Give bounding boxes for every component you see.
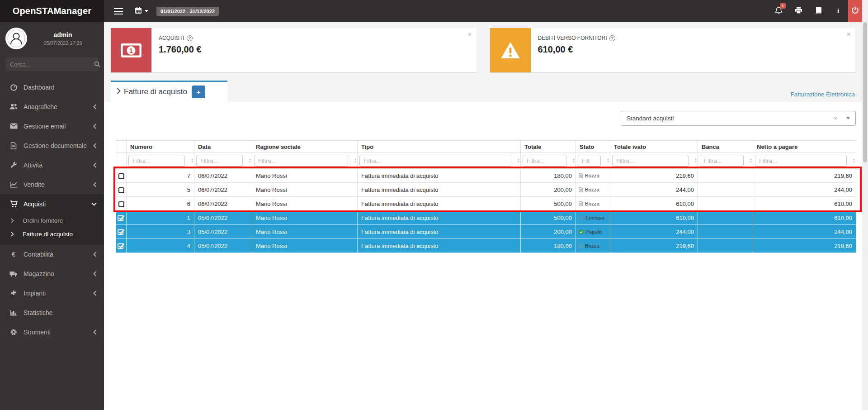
info-button[interactable]: i [828,0,848,22]
row-checkbox[interactable] [118,214,125,221]
row-checkbox-cell [116,197,127,211]
clear-selection-icon[interactable]: × [834,115,837,122]
hamburger-menu-icon[interactable] [114,6,123,16]
sort-arrows-icon[interactable]: ▲▼ [191,158,193,163]
top-navbar: OpenSTAManager 01/01/2022 - 31/12/2022 1… [0,0,862,22]
filter-input[interactable] [196,155,243,167]
chevron-left-icon [93,104,97,110]
sidebar-item-contabilita[interactable]: € Contabilità [0,244,104,264]
column-header[interactable]: Tipo [358,141,521,153]
table-row[interactable]: 1 05/07/2022 Mario Rossi Fattura immedia… [116,211,856,225]
check-circle-icon [579,229,584,234]
column-header[interactable]: Data [194,141,252,153]
close-icon[interactable]: × [847,30,851,38]
sidebar-item-dashboard[interactable]: Dashboard [0,77,104,97]
app-logo[interactable]: OpenSTAManager [0,0,104,22]
chevron-down-icon [846,117,850,119]
tab-fatture-di-acquisto[interactable]: Fatture di acquisto + [111,81,227,102]
column-header[interactable]: Stato [576,141,610,153]
sort-arrows-icon[interactable]: ▲▼ [572,158,575,163]
search-icon[interactable] [94,61,100,67]
sidebar-item-statistiche[interactable]: Statistiche [0,303,104,322]
add-invoice-button[interactable]: + [192,86,205,98]
table-row[interactable]: 6 06/07/2022 Mario Rossi Fattura immedia… [116,197,856,211]
sidebar-subitem-fatture-di-acquisto[interactable]: Fatture di acquisto [0,227,104,241]
row-checkbox[interactable] [118,242,125,249]
sort-arrows-icon[interactable]: ▲▼ [694,158,697,163]
module-select[interactable]: Standard acquisti × [621,111,856,126]
filter-input[interactable] [128,155,185,167]
electronic-invoicing-link[interactable]: Fatturazione Elettronica [790,91,855,98]
filter-input[interactable] [254,155,348,167]
row-checkbox[interactable] [118,228,125,235]
column-header[interactable]: Banca [698,141,753,153]
cell-totale-ivato: 219,60 [610,239,698,253]
user-datetime: 05/07/2022 17:39 [27,40,99,46]
sidebar-item-vendite[interactable]: Vendite [0,175,104,194]
cell-totale: 200,00 [521,225,576,239]
row-checkbox[interactable] [118,201,124,207]
sidebar-item-anagrafiche[interactable]: Anagrafiche [0,97,104,116]
help-icon[interactable]: ? [187,35,193,41]
column-header[interactable]: Ragione sociale [252,141,358,153]
sidebar-subitem-ordini-fornitore[interactable]: Ordini fornitore [0,214,104,227]
info-icon: i [837,7,839,15]
cell-banca [698,239,753,253]
chevron-down-icon [145,10,148,12]
gear-icon [9,329,18,336]
cell-ragione-sociale: Mario Rossi [252,225,358,239]
filter-input[interactable] [523,155,566,167]
filter-cell: ▲▼ [698,153,753,169]
avatar[interactable] [5,28,27,49]
filter-input[interactable] [578,155,601,167]
table-row[interactable]: 4 05/07/2022 Mario Rossi Fattura immedia… [116,239,856,253]
chevron-right-icon [117,87,121,96]
row-checkbox[interactable] [118,173,124,179]
documentation-button[interactable] [808,0,828,22]
sort-arrows-icon[interactable]: ▲▼ [853,158,855,163]
status-badge: Emessa [585,215,604,220]
search-input[interactable] [5,61,94,68]
table-row[interactable]: 5 06/07/2022 Mario Rossi Fattura immedia… [116,183,856,197]
sidebar-item-gestione-documentale[interactable]: Gestione documentale [0,136,104,155]
row-checkbox[interactable] [118,187,124,193]
close-icon[interactable]: × [467,30,472,38]
calendar-dropdown[interactable] [135,7,148,16]
sidebar-item-acquisti[interactable]: Acquisti [0,194,104,214]
sort-arrows-icon[interactable]: ▲▼ [750,158,752,163]
cell-banca [698,225,753,239]
cell-tipo: Fattura immediata di acquisto [358,169,521,183]
filter-input[interactable] [359,155,511,167]
sort-arrows-icon[interactable]: ▲▼ [607,158,609,163]
column-header[interactable]: Totale ivato [610,141,698,153]
sidebar-item-strumenti[interactable]: Strumenti [0,322,104,342]
sidebar-item-attivita[interactable]: Attività [0,155,104,175]
sort-arrows-icon[interactable]: ▲▼ [249,158,251,163]
shopping-cart-icon [9,200,18,208]
print-button[interactable] [788,0,808,22]
sidebar-item-gestione-email[interactable]: Gestione email [0,116,104,136]
cell-tipo: Fattura immediata di acquisto [358,225,521,239]
help-icon[interactable]: ? [609,35,615,41]
cell-data: 06/07/2022 [194,169,252,183]
sort-arrows-icon[interactable]: ▲▼ [354,158,357,163]
column-header[interactable]: Netto a pagare [753,141,856,153]
status-badge: Pagato [585,229,602,234]
sidebar-item-impianti[interactable]: Impianti [0,283,104,303]
sort-arrows-icon[interactable]: ▲▼ [517,158,520,163]
table-row[interactable]: 7 06/07/2022 Mario Rossi Fattura immedia… [116,169,856,183]
logout-button[interactable] [848,0,862,22]
cell-data: 05/07/2022 [194,211,252,225]
date-range-badge[interactable]: 01/01/2022 - 31/12/2022 [156,7,219,16]
column-header[interactable]: Numero [127,141,194,153]
sidebar-item-magazzino[interactable]: Magazzino [0,264,104,283]
filter-input[interactable] [755,155,847,167]
column-header[interactable]: Totale [521,141,576,153]
table-row[interactable]: 3 05/07/2022 Mario Rossi Fattura immedia… [116,225,856,239]
filter-input[interactable] [612,155,689,167]
cell-tipo: Fattura immediata di acquisto [358,197,521,211]
cell-tipo: Fattura immediata di acquisto [358,239,521,253]
notifications-button[interactable]: 1 [769,0,788,22]
filter-input[interactable] [700,155,744,167]
scrollbar-thumb[interactable] [863,22,867,162]
